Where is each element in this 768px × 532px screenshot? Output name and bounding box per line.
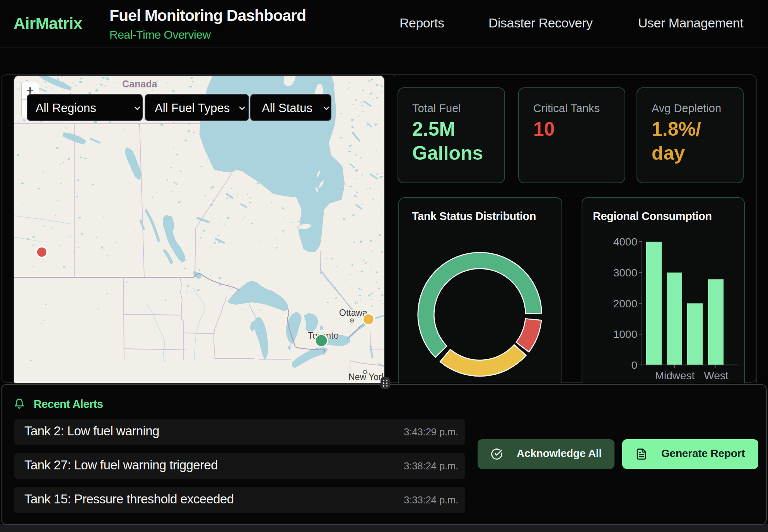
- svg-text:1000: 1000: [613, 328, 637, 340]
- svg-text:Midwest: Midwest: [655, 370, 695, 382]
- svg-text:Canada: Canada: [122, 78, 157, 89]
- svg-text:0: 0: [631, 359, 637, 371]
- svg-text:4000: 4000: [613, 236, 637, 248]
- svg-text:West: West: [704, 370, 728, 382]
- svg-text:2000: 2000: [613, 298, 637, 310]
- svg-text:New York: New York: [348, 372, 384, 382]
- svg-text:3000: 3000: [613, 267, 637, 279]
